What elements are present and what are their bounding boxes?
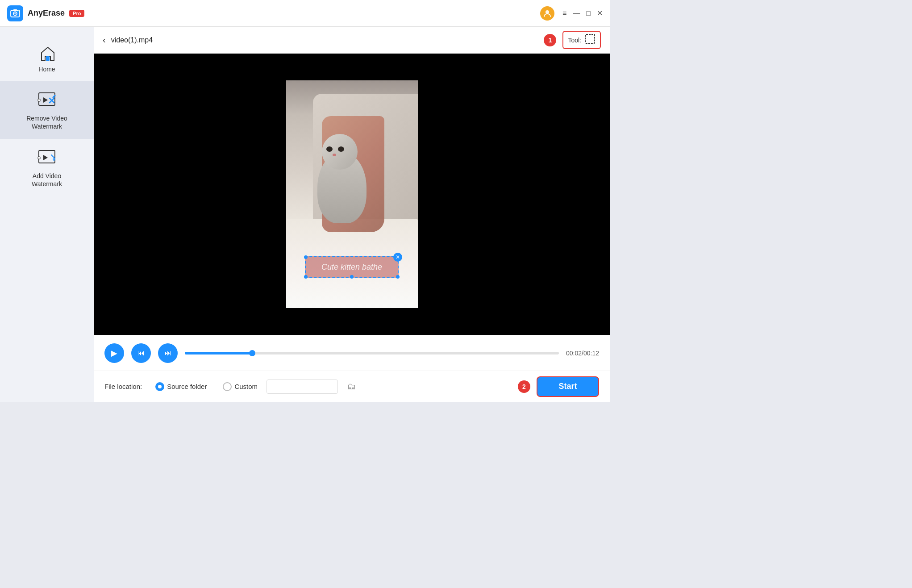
video-header-right: 1 Tool: (544, 31, 601, 49)
add-watermark-icon (37, 147, 57, 168)
watermark-selection[interactable]: Cute kitten bathe ✕ (305, 256, 399, 278)
play-icon: ▶ (111, 348, 117, 358)
rewind-icon: ⏮ (137, 349, 145, 357)
progress-thumb[interactable] (249, 350, 255, 356)
progress-fill (185, 352, 252, 354)
title-bar: AnyErase Pro ≡ — □ ✕ (0, 0, 610, 27)
sidebar-item-home[interactable]: Home (0, 36, 94, 81)
svg-rect-2 (13, 9, 17, 11)
remove-watermark-icon (37, 89, 57, 111)
svg-rect-8 (38, 99, 40, 101)
tool-selection-icon[interactable] (585, 33, 596, 46)
video-title: video(1).mp4 (111, 36, 153, 44)
radio-dot-inner (158, 385, 162, 388)
svg-rect-11 (38, 157, 40, 159)
back-button[interactable]: ‹ (103, 35, 106, 45)
rewind-button[interactable]: ⏮ (131, 343, 151, 363)
sidebar: Home Remove VideoWatermark (0, 27, 94, 402)
video-header-left: ‹ video(1).mp4 (103, 35, 153, 45)
cat-body (313, 134, 375, 232)
custom-option[interactable]: Custom (223, 382, 258, 391)
custom-path-input[interactable] (267, 379, 338, 394)
content-area: ‹ video(1).mp4 1 Tool: (94, 27, 610, 402)
handle-bottom-left[interactable] (304, 275, 308, 279)
source-folder-radio[interactable] (155, 382, 164, 391)
custom-label: Custom (234, 383, 258, 390)
title-bar-left: AnyErase Pro (7, 5, 84, 21)
sidebar-item-home-label: Home (38, 65, 55, 73)
svg-rect-5 (46, 56, 50, 61)
watermark-close-button[interactable]: ✕ (393, 253, 402, 262)
title-bar-right: ≡ — □ ✕ (540, 6, 603, 21)
source-folder-label: Source folder (167, 383, 207, 390)
home-icon (38, 44, 56, 62)
start-section: 2 Start (518, 376, 599, 397)
source-folder-option[interactable]: Source folder (155, 382, 207, 391)
sidebar-item-add-video-watermark[interactable]: Add VideoWatermark (0, 139, 94, 196)
forward-button[interactable]: ⏭ (158, 343, 178, 363)
folder-browse-icon[interactable]: 🗂 (347, 381, 356, 392)
minimize-button[interactable]: — (573, 10, 580, 17)
handle-top-left[interactable] (304, 255, 308, 259)
svg-rect-13 (586, 34, 595, 43)
svg-marker-7 (43, 97, 48, 103)
time-display: 00:02/00:12 (566, 350, 599, 357)
main-layout: Home Remove VideoWatermark (0, 27, 610, 402)
video-area: Cute kitten bathe ✕ (94, 54, 610, 335)
tool-box: Tool: (562, 31, 601, 49)
sidebar-item-remove-label: Remove VideoWatermark (26, 114, 67, 130)
step2-badge: 2 (518, 380, 530, 393)
file-location-bar: File location: Source folder Custom 🗂 2 … (94, 371, 610, 402)
step1-badge: 1 (544, 34, 556, 46)
controls-bar: ▶ ⏮ ⏭ 00:02/00:12 (94, 335, 610, 371)
app-logo (7, 5, 23, 21)
svg-point-3 (14, 13, 16, 14)
start-button[interactable]: Start (537, 376, 599, 397)
video-header: ‹ video(1).mp4 1 Tool: (94, 27, 610, 54)
file-location-label: File location: (104, 383, 142, 390)
watermark-text: Cute kitten bathe (321, 263, 382, 272)
win-controls: ≡ — □ ✕ (562, 10, 603, 17)
handle-bottom-right[interactable] (396, 275, 400, 279)
forward-icon: ⏭ (164, 349, 171, 357)
progress-bar[interactable] (185, 352, 559, 354)
handle-bottom-mid[interactable] (350, 275, 354, 279)
close-button[interactable]: ✕ (597, 10, 603, 17)
svg-point-12 (53, 158, 55, 161)
app-name: AnyErase (28, 8, 65, 18)
sidebar-item-add-label: Add VideoWatermark (32, 172, 62, 188)
custom-radio[interactable] (223, 382, 232, 391)
svg-point-4 (546, 10, 549, 14)
sidebar-item-remove-video-watermark[interactable]: Remove VideoWatermark (0, 81, 94, 138)
menu-button[interactable]: ≡ (562, 10, 566, 17)
pro-badge: Pro (69, 10, 84, 17)
maximize-button[interactable]: □ (586, 10, 591, 17)
svg-marker-10 (43, 155, 48, 160)
user-icon[interactable] (540, 6, 554, 21)
play-button[interactable]: ▶ (104, 343, 124, 363)
tool-label: Tool: (568, 37, 581, 44)
video-frame: Cute kitten bathe ✕ (286, 80, 418, 308)
